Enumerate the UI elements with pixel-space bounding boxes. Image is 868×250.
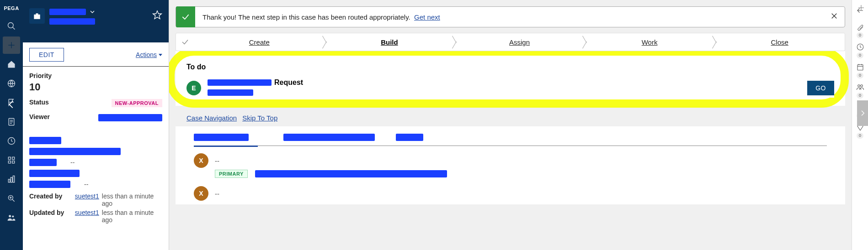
chevron-down-icon[interactable] (89, 8, 96, 16)
todo-card: E Request GO (186, 78, 834, 98)
zoom-icon[interactable] (3, 190, 20, 207)
tab-label-redacted[interactable] (396, 134, 423, 141)
updated-by-ago: less than a minute ago (102, 209, 162, 224)
avatar: X (194, 153, 208, 168)
left-icon-rail: PEGA (0, 0, 23, 250)
svg-point-22 (12, 215, 14, 217)
close-icon[interactable] (830, 12, 838, 22)
util-badge: 0 (857, 52, 863, 58)
svg-point-21 (9, 215, 11, 217)
svg-rect-12 (8, 161, 11, 163)
detail-sub-row: PRIMARY (194, 170, 827, 178)
grid-icon[interactable] (3, 151, 20, 169)
svg-rect-15 (11, 177, 12, 182)
util-badge: 0 (857, 32, 863, 38)
status-label: Status (29, 99, 49, 106)
viewer-value-redacted (98, 114, 162, 121)
case-navigation-link[interactable]: Case Navigation (186, 114, 237, 122)
dash-value: -- (70, 159, 75, 166)
summary-actions-row: EDIT Actions (23, 42, 169, 67)
attachments-icon[interactable]: 0 (856, 20, 864, 39)
field-value-redacted (29, 170, 80, 177)
skip-to-top-link[interactable]: Skip To Top (242, 114, 277, 122)
tab-label-redacted[interactable] (283, 134, 375, 141)
people-icon[interactable] (3, 209, 20, 226)
case-title-redacted (49, 9, 86, 15)
viewer-label: Viewer (29, 113, 50, 120)
edit-button[interactable]: EDIT (29, 48, 64, 62)
success-banner: Thank you! The next step in this case ha… (176, 6, 845, 27)
stage-complete-icon (176, 38, 194, 46)
svg-point-31 (857, 85, 860, 87)
detail-section: X -- PRIMARY X -- (176, 126, 845, 204)
stage-build[interactable]: Build (325, 38, 455, 46)
svg-point-32 (860, 85, 863, 87)
stage-work[interactable]: Work (585, 38, 715, 46)
banner-text: Thank you! The next step in this case ha… (202, 13, 410, 21)
avatar: X (194, 186, 208, 201)
stage-close[interactable]: Close (714, 38, 845, 46)
field-label-redacted (29, 159, 57, 166)
status-badge: NEW-APPROVAL (112, 99, 162, 107)
todo-text: Request (208, 78, 801, 98)
actions-label: Actions (136, 51, 157, 58)
participants-icon[interactable]: 0 (856, 80, 864, 99)
svg-rect-14 (8, 179, 10, 182)
calendar-icon[interactable]: 0 (856, 60, 864, 79)
dash-value: -- (215, 190, 219, 198)
expand-right-tab[interactable] (857, 100, 868, 126)
todo-heading: To do (186, 63, 834, 71)
detail-row: X -- (194, 182, 827, 204)
detail-text-redacted (255, 170, 447, 177)
star-icon[interactable] (152, 10, 162, 22)
stage-assign[interactable]: Assign (454, 38, 585, 46)
case-nav-links: Case Navigation Skip To Top (176, 106, 845, 126)
globe-icon[interactable] (3, 75, 20, 92)
util-badge: 0 (857, 133, 863, 139)
field-label-redacted (29, 181, 70, 188)
clock-icon[interactable] (3, 132, 20, 150)
detail-tab-bar (194, 131, 827, 146)
home-icon[interactable] (3, 56, 20, 73)
priority-label: Priority (29, 72, 162, 79)
dash-value: -- (215, 157, 219, 165)
search-icon[interactable] (3, 17, 20, 35)
stage-create[interactable]: Create (194, 38, 325, 46)
avatar: E (186, 81, 201, 95)
history-icon[interactable]: 0 (856, 40, 864, 59)
updated-by-user-link[interactable]: suetest1 (75, 209, 99, 216)
go-button[interactable]: GO (807, 81, 834, 95)
svg-marker-23 (153, 11, 161, 19)
updated-by-label: Updated by (29, 209, 72, 216)
get-next-link[interactable]: Get next (414, 13, 440, 21)
svg-rect-10 (8, 157, 11, 159)
collapse-chevron-icon[interactable] (6, 99, 16, 111)
field-label-redacted (29, 137, 61, 144)
created-by-user-link[interactable]: suetest1 (75, 193, 99, 200)
actions-menu[interactable]: Actions (136, 51, 162, 58)
tab-label-redacted[interactable] (194, 134, 249, 141)
svg-line-1 (13, 27, 15, 30)
banner-message: Thank you! The next step in this case ha… (195, 13, 440, 21)
summary-header (23, 0, 169, 42)
svg-point-0 (8, 23, 14, 28)
caret-down-icon (159, 54, 162, 56)
check-icon (176, 6, 195, 27)
summary-body: Priority 10 Status NEW-APPROVAL Viewer -… (23, 67, 169, 229)
dash-value: -- (84, 181, 88, 188)
primary-tag: PRIMARY (215, 170, 248, 178)
svg-line-18 (12, 199, 15, 202)
summary-panel: EDIT Actions Priority 10 Status NEW-APPR… (23, 0, 169, 250)
add-tab-icon[interactable] (857, 4, 865, 12)
create-icon[interactable] (3, 36, 20, 54)
util-badge: 0 (857, 73, 863, 78)
todo-subtitle-redacted (208, 89, 253, 96)
created-by-ago: less than a minute ago (102, 193, 162, 207)
todo-request-word: Request (274, 78, 303, 87)
util-badge: 0 (857, 93, 863, 99)
chart-icon[interactable] (3, 171, 20, 188)
case-subtitle-redacted (49, 18, 95, 25)
created-by-label: Created by (29, 193, 72, 200)
brand-label: PEGA (4, 3, 19, 16)
document-icon[interactable] (3, 113, 20, 130)
